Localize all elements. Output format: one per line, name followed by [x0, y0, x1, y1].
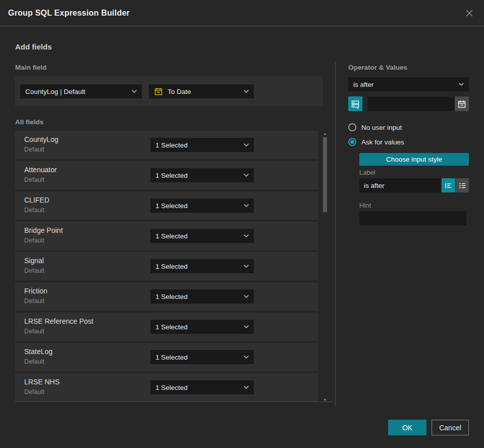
list-icon	[458, 181, 467, 190]
field-row: Bridge Point Default 1 Selected	[15, 222, 318, 250]
all-fields-label: All fields	[15, 118, 43, 126]
field-row: Attenuator Default 1 Selected	[15, 161, 318, 189]
field-row: Signal Default 1 Selected	[15, 252, 318, 280]
chevron-down-icon	[244, 295, 249, 298]
scrollbar-thumb[interactable]	[323, 137, 327, 212]
dialog-header: Group SQL Expression Builder	[0, 0, 484, 26]
choose-input-style-button[interactable]: Choose input style	[359, 153, 469, 166]
field-values-select-value: 1 Selected	[155, 202, 188, 210]
scroll-up-arrow-icon[interactable]: ▲	[322, 132, 328, 135]
value-type-toggle-button[interactable]	[348, 96, 362, 111]
operator-select[interactable]: is after	[348, 77, 469, 91]
radio-no-user-input[interactable]: No user input	[348, 123, 402, 131]
label-input[interactable]	[359, 178, 441, 192]
label-input-row	[359, 178, 469, 192]
value-input[interactable]	[367, 96, 455, 111]
stacked-values-icon	[350, 99, 360, 109]
list-bottom-divider	[15, 402, 333, 402]
chevron-down-icon	[244, 174, 249, 177]
date-field-icon	[154, 87, 163, 96]
field-values-select-value: 1 Selected	[155, 354, 188, 361]
field-values-select-value: 1 Selected	[155, 384, 188, 391]
chevron-down-icon	[244, 356, 249, 359]
chevron-down-icon	[244, 234, 249, 237]
radio-icon	[348, 138, 356, 146]
field-type-select-value: To Date	[168, 88, 191, 95]
chevron-down-icon	[459, 83, 464, 86]
field-row: LRSE Reference Post Default 1 Selected	[15, 313, 318, 341]
field-values-select[interactable]: 1 Selected	[150, 198, 254, 213]
close-icon	[465, 9, 474, 18]
radio-icon	[348, 123, 356, 131]
calendar-icon	[457, 99, 466, 109]
chevron-down-icon	[244, 386, 249, 389]
dialog-title: Group SQL Expression Builder	[8, 9, 130, 18]
operator-select-value: is after	[353, 81, 374, 88]
field-values-select[interactable]: 1 Selected	[150, 259, 254, 273]
field-values-select[interactable]: 1 Selected	[150, 168, 254, 182]
field-values-select[interactable]: 1 Selected	[150, 350, 254, 364]
field-row: CLIFED Default 1 Selected	[15, 191, 318, 220]
field-values-select[interactable]: 1 Selected	[150, 320, 254, 334]
vertical-divider	[335, 62, 336, 407]
field-values-select-value: 1 Selected	[155, 141, 188, 149]
main-field-select[interactable]: CountyLog | Default	[20, 84, 142, 98]
field-values-select[interactable]: 1 Selected	[150, 289, 254, 304]
chevron-down-icon	[132, 90, 137, 93]
field-values-select-value: 1 Selected	[155, 323, 188, 331]
field-values-select-value: 1 Selected	[155, 293, 188, 301]
field-values-select-value: 1 Selected	[155, 263, 188, 270]
cancel-button[interactable]: Cancel	[432, 420, 469, 435]
radio-label: Ask for values	[361, 138, 404, 146]
multi-value-style-button[interactable]	[456, 178, 469, 192]
ok-button[interactable]: OK	[388, 420, 426, 435]
radio-label: No user input	[361, 124, 402, 131]
chevron-down-icon	[244, 204, 249, 207]
label-field-label: Label	[359, 169, 375, 176]
all-fields-list: CountyLog Default 1 Selected Attenuator …	[15, 131, 318, 404]
hint-input[interactable]	[359, 211, 466, 225]
field-values-select-value: 1 Selected	[155, 232, 188, 240]
value-input-row	[348, 96, 469, 111]
field-row: LRSE NHS Default 1 Selected	[15, 373, 318, 402]
date-picker-button[interactable]	[455, 96, 469, 111]
main-field-label: Main field	[15, 64, 46, 71]
field-values-select-value: 1 Selected	[155, 172, 188, 179]
align-left-icon	[444, 181, 453, 190]
field-row: Friction Default 1 Selected	[15, 282, 318, 311]
chevron-down-icon	[244, 325, 249, 328]
operator-values-label: Operator & Values	[348, 64, 407, 71]
group-sql-expression-builder-dialog: Group SQL Expression Builder Add fields …	[0, 0, 484, 448]
chevron-down-icon	[244, 143, 249, 146]
hint-field-label: Hint	[359, 202, 371, 209]
single-input-style-button[interactable]	[442, 178, 455, 192]
main-field-select-value: CountyLog | Default	[25, 88, 85, 95]
field-type-select[interactable]: To Date	[149, 84, 254, 98]
field-values-select[interactable]: 1 Selected	[150, 380, 254, 394]
fields-list-scrollbar[interactable]: ▲ ▼	[322, 132, 328, 404]
radio-ask-for-values[interactable]: Ask for values	[348, 138, 404, 146]
close-button[interactable]	[464, 8, 475, 19]
scroll-down-arrow-icon[interactable]: ▼	[322, 398, 328, 402]
field-row: CountyLog Default 1 Selected	[15, 131, 318, 159]
chevron-down-icon	[244, 90, 249, 93]
field-values-select[interactable]: 1 Selected	[150, 138, 254, 152]
main-field-panel: CountyLog | Default To Date	[15, 76, 323, 106]
chevron-down-icon	[244, 265, 249, 268]
field-values-select[interactable]: 1 Selected	[150, 229, 254, 243]
field-row: StateLog Default 1 Selected	[15, 343, 318, 371]
add-fields-heading: Add fields	[15, 42, 52, 51]
